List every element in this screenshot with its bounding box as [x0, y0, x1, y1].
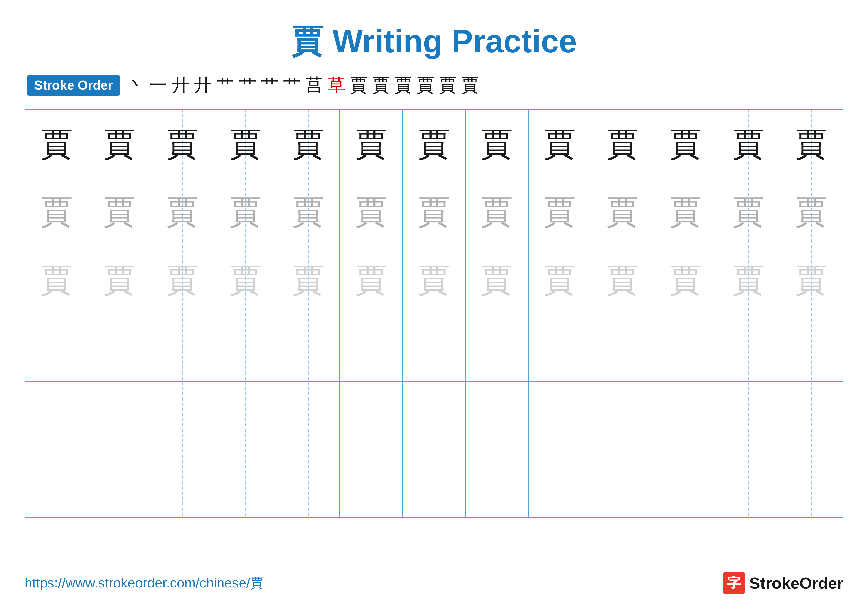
grid-cell[interactable]: 賈: [654, 178, 717, 246]
grid-char: 賈: [229, 264, 262, 296]
grid-cell[interactable]: 賈: [780, 178, 843, 246]
grid-cell[interactable]: 賈: [654, 110, 717, 178]
grid-cell[interactable]: 賈: [214, 246, 277, 314]
grid-cell[interactable]: [151, 314, 214, 382]
grid-cell[interactable]: [25, 450, 88, 518]
grid-cell[interactable]: [780, 314, 843, 382]
grid-cell[interactable]: 賈: [88, 246, 151, 314]
grid-cell[interactable]: [465, 314, 528, 382]
grid-char: 賈: [795, 264, 828, 296]
grid-cell[interactable]: 賈: [25, 246, 88, 314]
grid-cell[interactable]: [654, 450, 717, 518]
grid-cell[interactable]: [528, 382, 591, 449]
grid-cell[interactable]: 賈: [403, 110, 465, 178]
grid-cell[interactable]: [654, 382, 717, 449]
grid-cell[interactable]: [88, 314, 151, 382]
stroke-order-badge: Stroke Order: [27, 75, 120, 96]
grid-cell[interactable]: [591, 314, 654, 382]
grid-cell[interactable]: [465, 382, 528, 449]
grid-cell[interactable]: 賈: [214, 178, 277, 246]
grid-cell[interactable]: [591, 382, 654, 449]
grid-cell[interactable]: 賈: [528, 178, 591, 246]
page: 賈 Writing Practice Stroke Order 丶一廾廾艹艹艹艹…: [0, 0, 868, 614]
stroke-step-5: 艹: [239, 73, 256, 97]
grid-cell[interactable]: [780, 382, 843, 449]
grid-cell[interactable]: 賈: [465, 178, 528, 246]
grid-char: 賈: [104, 264, 136, 296]
practice-grid: 賈賈賈賈賈賈賈賈賈賈賈賈賈賈賈賈賈賈賈賈賈賈賈賈賈賈賈賈賈賈賈賈賈賈賈賈賈賈賈: [25, 109, 843, 518]
grid-cell[interactable]: 賈: [591, 246, 654, 314]
grid-char: 賈: [418, 128, 450, 160]
grid-char: 賈: [544, 128, 576, 160]
grid-cell[interactable]: 賈: [403, 178, 465, 246]
grid-cell[interactable]: 賈: [717, 246, 780, 314]
grid-cell[interactable]: [717, 450, 780, 518]
grid-cell[interactable]: [528, 450, 591, 518]
grid-cell[interactable]: 賈: [277, 178, 340, 246]
grid-cell[interactable]: 賈: [591, 110, 654, 178]
grid-cell[interactable]: 賈: [277, 246, 340, 314]
grid-char: 賈: [104, 196, 136, 228]
grid-cell[interactable]: 賈: [465, 246, 528, 314]
grid-cell[interactable]: [465, 450, 528, 518]
grid-cell[interactable]: [717, 314, 780, 382]
title-char: 賈 Writing Practice: [291, 23, 577, 59]
grid-char: 賈: [229, 128, 262, 160]
grid-cell[interactable]: 賈: [151, 110, 214, 178]
grid-cell[interactable]: 賈: [340, 110, 403, 178]
grid-cell[interactable]: [591, 450, 654, 518]
grid-cell[interactable]: 賈: [780, 246, 843, 314]
grid-cell[interactable]: [340, 450, 403, 518]
grid-cell[interactable]: 賈: [528, 110, 591, 178]
stroke-step-6: 艹: [261, 73, 279, 97]
grid-cell[interactable]: [277, 382, 340, 449]
grid-char: 賈: [40, 196, 73, 228]
grid-cell[interactable]: [403, 314, 465, 382]
grid-cell[interactable]: [151, 450, 214, 518]
grid-cell[interactable]: 賈: [340, 246, 403, 314]
grid-cell[interactable]: 賈: [88, 110, 151, 178]
grid-char: 賈: [40, 128, 73, 160]
footer-url[interactable]: https://www.strokeorder.com/chinese/賈: [25, 574, 264, 592]
stroke-step-10: 賈: [350, 73, 368, 97]
grid-cell[interactable]: 賈: [25, 110, 88, 178]
grid-cell[interactable]: [340, 314, 403, 382]
grid-cell[interactable]: 賈: [591, 178, 654, 246]
grid-cell[interactable]: [88, 382, 151, 449]
grid-char: 賈: [355, 264, 387, 296]
grid-cell[interactable]: [654, 314, 717, 382]
logo-icon: 字: [723, 572, 745, 594]
grid-cell[interactable]: [88, 450, 151, 518]
grid-cell[interactable]: 賈: [717, 178, 780, 246]
grid-cell[interactable]: [403, 382, 465, 449]
grid-cell[interactable]: 賈: [528, 246, 591, 314]
grid-cell[interactable]: [214, 314, 277, 382]
stroke-step-14: 賈: [439, 73, 457, 97]
grid-cell[interactable]: 賈: [88, 178, 151, 246]
grid-cell[interactable]: [277, 450, 340, 518]
grid-cell[interactable]: 賈: [214, 110, 277, 178]
grid-cell[interactable]: [340, 382, 403, 449]
grid-cell[interactable]: [214, 382, 277, 449]
grid-cell[interactable]: [25, 382, 88, 449]
grid-cell[interactable]: [403, 450, 465, 518]
grid-cell[interactable]: 賈: [654, 246, 717, 314]
grid-cell[interactable]: 賈: [465, 110, 528, 178]
grid-cell[interactable]: [277, 314, 340, 382]
grid-cell[interactable]: 賈: [277, 110, 340, 178]
grid-cell[interactable]: 賈: [25, 178, 88, 246]
grid-char: 賈: [481, 196, 513, 228]
grid-cell[interactable]: [151, 382, 214, 449]
grid-char: 賈: [355, 128, 387, 160]
grid-cell[interactable]: 賈: [403, 246, 465, 314]
grid-cell[interactable]: [25, 314, 88, 382]
grid-cell[interactable]: [528, 314, 591, 382]
grid-cell[interactable]: [780, 450, 843, 518]
grid-cell[interactable]: [717, 382, 780, 449]
grid-cell[interactable]: 賈: [151, 246, 214, 314]
grid-cell[interactable]: 賈: [340, 178, 403, 246]
grid-cell[interactable]: 賈: [151, 178, 214, 246]
grid-cell[interactable]: 賈: [780, 110, 843, 178]
grid-cell[interactable]: [214, 450, 277, 518]
grid-cell[interactable]: 賈: [717, 110, 780, 178]
